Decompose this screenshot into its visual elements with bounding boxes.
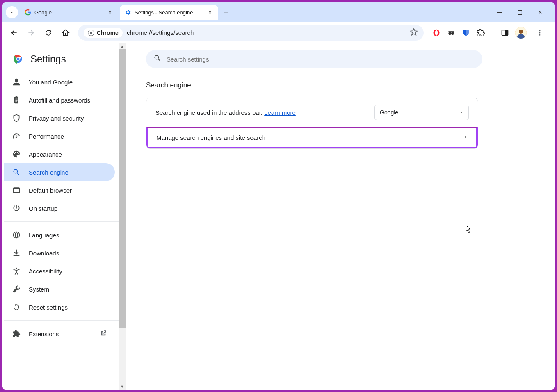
sidebar-item-you-and-google[interactable]: You and Google: [4, 73, 115, 91]
extension-opera-icon[interactable]: [432, 28, 441, 37]
wrench-icon: [12, 285, 21, 293]
sidebar-item-system[interactable]: System: [4, 280, 115, 298]
svg-rect-0: [497, 12, 502, 13]
sidebar-item-privacy-and-security[interactable]: Privacy and security: [4, 109, 115, 127]
download-icon: [12, 249, 21, 257]
site-chip-label: Chrome: [97, 30, 119, 36]
manage-search-engines-row[interactable]: Manage search engines and site search: [146, 127, 478, 148]
chrome-menu-button[interactable]: [532, 25, 547, 40]
extension-bitwarden-icon[interactable]: [461, 28, 470, 37]
scroll-down-arrow[interactable]: ▼: [119, 384, 126, 390]
settings-title: Settings: [30, 53, 66, 65]
close-icon[interactable]: [207, 9, 213, 16]
sidebar-item-label: Accessibility: [29, 268, 62, 275]
sidebar-item-label: Appearance: [29, 151, 62, 158]
dropdown-value: Google: [380, 109, 398, 116]
svg-rect-1: [518, 10, 522, 14]
sidebar-item-extensions[interactable]: Extensions: [4, 325, 115, 343]
tab-google[interactable]: Google: [20, 5, 118, 20]
sidebar-scrollbar[interactable]: ▲ ▼: [119, 43, 126, 390]
tab-search-dropdown[interactable]: [6, 6, 18, 18]
power-icon: [12, 204, 21, 212]
sidebar-item-search-engine[interactable]: Search engine: [4, 163, 115, 181]
sidebar-item-default-browser[interactable]: Default browser: [4, 181, 115, 199]
sidebar-item-label: On startup: [29, 205, 57, 212]
sidebar-item-label: Reset settings: [29, 304, 68, 311]
shield-icon: [12, 114, 21, 122]
search-engine-dropdown[interactable]: Google: [374, 105, 469, 120]
side-panel-icon[interactable]: [500, 28, 509, 37]
sidebar-item-appearance[interactable]: Appearance: [4, 145, 115, 163]
external-link-icon: [100, 330, 107, 338]
svg-rect-21: [14, 188, 20, 189]
sidebar-divider: [4, 320, 122, 321]
extensions-puzzle-icon[interactable]: [476, 28, 485, 37]
forward-button[interactable]: [24, 25, 39, 40]
scroll-up-arrow[interactable]: ▲: [119, 43, 126, 49]
back-button[interactable]: [7, 25, 21, 40]
svg-rect-10: [505, 30, 508, 35]
sidebar-item-on-startup[interactable]: On startup: [4, 199, 115, 217]
toolbar: Chrome chrome://settings/search: [2, 22, 555, 43]
sidebar-divider: [4, 221, 122, 222]
scrollbar-thumb[interactable]: [119, 49, 126, 328]
sidebar-item-reset-settings[interactable]: Reset settings: [4, 298, 115, 316]
learn-more-link[interactable]: Learn more: [264, 109, 296, 116]
search-icon: [153, 54, 162, 64]
tab-title: Settings - Search engine: [135, 9, 203, 16]
sidebar-item-autofill-and-passwords[interactable]: Autofill and passwords: [4, 91, 115, 109]
sidebar-item-languages[interactable]: Languages: [4, 226, 115, 244]
site-chip[interactable]: Chrome: [84, 28, 123, 38]
restore-icon: [12, 303, 21, 311]
sidebar-item-performance[interactable]: Performance: [4, 127, 115, 145]
toolbar-separator: [493, 28, 493, 37]
svg-point-12: [519, 30, 523, 34]
row-text: Manage search engines and site search: [156, 134, 265, 141]
tab-title: Google: [34, 9, 103, 16]
person-icon: [12, 78, 21, 86]
section-title: Search engine: [146, 81, 530, 89]
minimize-button[interactable]: [493, 6, 505, 18]
extension-icon: [12, 330, 21, 338]
bookmark-star-icon[interactable]: [410, 28, 418, 38]
svg-point-16: [539, 34, 541, 35]
tab-strip: Google Settings - Search engine +: [2, 2, 555, 22]
sidebar-item-label: Search engine: [29, 169, 68, 176]
sidebar-item-label: Privacy and security: [29, 115, 84, 122]
sidebar-item-label: Autofill and passwords: [29, 97, 90, 104]
svg-point-15: [539, 32, 541, 33]
svg-point-6: [448, 32, 451, 35]
extension-incognito-icon[interactable]: [447, 28, 456, 37]
palette-icon: [12, 150, 21, 158]
clipboard-icon: [12, 96, 21, 104]
chrome-logo-icon: [12, 53, 24, 65]
close-window-button[interactable]: [534, 6, 546, 18]
address-bar[interactable]: Chrome chrome://settings/search: [78, 25, 424, 41]
sidebar-item-downloads[interactable]: Downloads: [4, 244, 115, 262]
settings-search-box[interactable]: [146, 50, 482, 68]
profile-avatar[interactable]: [515, 27, 527, 39]
settings-search-input[interactable]: [167, 56, 475, 63]
settings-main: Search engine Search engine used in the …: [126, 43, 555, 390]
tab-settings[interactable]: Settings - Search engine: [120, 5, 218, 20]
close-icon[interactable]: [107, 9, 113, 16]
sidebar-item-label: You and Google: [29, 79, 73, 86]
svg-point-23: [16, 268, 17, 269]
google-favicon: [25, 9, 31, 16]
search-icon: [12, 168, 21, 176]
svg-point-3: [90, 32, 92, 34]
svg-rect-8: [448, 31, 454, 32]
globe-icon: [12, 231, 21, 239]
browser-icon: [12, 186, 21, 194]
maximize-button[interactable]: [514, 6, 526, 18]
chevron-down-icon: [459, 110, 463, 114]
sidebar-item-label: Downloads: [29, 250, 59, 257]
sidebar-item-label: Performance: [29, 133, 64, 140]
reload-button[interactable]: [41, 25, 56, 40]
row-text: Search engine used in the address bar.: [155, 109, 264, 116]
new-tab-button[interactable]: +: [220, 6, 232, 18]
sidebar-item-label: Default browser: [29, 187, 72, 194]
home-button[interactable]: [58, 25, 73, 40]
gear-icon: [125, 9, 131, 16]
sidebar-item-accessibility[interactable]: Accessibility: [4, 262, 115, 280]
